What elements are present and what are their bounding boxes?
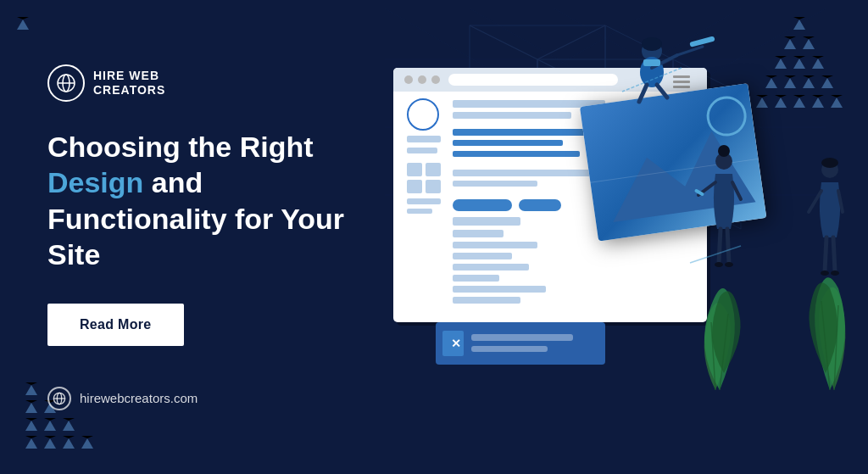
svg-point-29 bbox=[431, 75, 440, 84]
svg-rect-51 bbox=[519, 199, 561, 211]
website-row: hirewebcreators.com bbox=[47, 387, 356, 410]
svg-rect-94 bbox=[471, 334, 573, 341]
main-illustration: ✕ bbox=[359, 0, 868, 474]
svg-rect-56 bbox=[453, 264, 529, 270]
read-more-button[interactable]: Read More bbox=[47, 304, 184, 346]
svg-rect-54 bbox=[453, 242, 537, 248]
svg-line-75 bbox=[719, 229, 721, 263]
leaf-right bbox=[809, 277, 845, 390]
svg-rect-42 bbox=[407, 209, 432, 214]
svg-point-90 bbox=[821, 158, 838, 168]
svg-line-88 bbox=[809, 191, 821, 212]
svg-line-76 bbox=[727, 229, 729, 263]
logo-area: HIRE WEB CREATORS bbox=[47, 64, 356, 102]
svg-rect-31 bbox=[673, 75, 690, 78]
svg-point-72 bbox=[642, 37, 662, 51]
floating-image-card bbox=[580, 83, 766, 241]
svg-rect-73 bbox=[643, 59, 660, 66]
svg-rect-47 bbox=[453, 151, 580, 157]
svg-rect-45 bbox=[453, 129, 605, 136]
svg-point-27 bbox=[404, 75, 413, 84]
illustration-area: ✕ bbox=[359, 0, 868, 474]
svg-rect-33 bbox=[673, 86, 690, 88]
svg-line-70 bbox=[677, 47, 703, 55]
svg-rect-44 bbox=[453, 112, 571, 119]
svg-line-84 bbox=[825, 237, 826, 271]
svg-rect-58 bbox=[453, 286, 546, 293]
svg-rect-41 bbox=[407, 198, 441, 204]
top-left-triangle bbox=[17, 17, 29, 30]
bottom-floating-box: ✕ bbox=[436, 322, 605, 365]
svg-point-28 bbox=[418, 75, 426, 84]
svg-rect-35 bbox=[407, 136, 441, 142]
svg-point-86 bbox=[821, 270, 829, 276]
logo-text: HIRE WEB CREATORS bbox=[93, 69, 165, 98]
svg-rect-59 bbox=[453, 297, 520, 304]
svg-point-77 bbox=[715, 262, 723, 267]
svg-rect-55 bbox=[453, 253, 512, 259]
svg-point-87 bbox=[831, 270, 839, 276]
svg-rect-61 bbox=[580, 83, 766, 241]
globe-url-icon bbox=[53, 392, 66, 405]
svg-rect-37 bbox=[407, 163, 422, 176]
logo-icon bbox=[47, 64, 85, 102]
svg-rect-39 bbox=[407, 180, 422, 193]
svg-rect-36 bbox=[407, 148, 437, 153]
globe-icon bbox=[47, 387, 71, 410]
main-headline: Choosing the Right Design and Functional… bbox=[47, 129, 353, 273]
svg-rect-43 bbox=[453, 100, 605, 108]
website-url: hirewebcreators.com bbox=[80, 391, 198, 405]
svg-point-82 bbox=[718, 145, 730, 157]
svg-rect-95 bbox=[471, 346, 548, 352]
svg-text:✕: ✕ bbox=[451, 337, 461, 350]
svg-line-85 bbox=[833, 237, 835, 271]
svg-rect-30 bbox=[448, 74, 618, 86]
svg-rect-38 bbox=[426, 163, 441, 176]
svg-rect-53 bbox=[453, 230, 504, 237]
svg-rect-49 bbox=[453, 181, 537, 187]
svg-rect-52 bbox=[453, 217, 520, 226]
content-left: HIRE WEB CREATORS Choosing the Right Des… bbox=[0, 64, 356, 410]
svg-rect-46 bbox=[453, 140, 563, 146]
svg-rect-57 bbox=[453, 275, 499, 282]
svg-rect-48 bbox=[453, 170, 605, 176]
person-right bbox=[809, 158, 843, 276]
svg-rect-32 bbox=[673, 81, 690, 83]
globe-logo-icon bbox=[56, 73, 76, 93]
hero-section: HIRE WEB CREATORS Choosing the Right Des… bbox=[0, 0, 868, 474]
svg-rect-50 bbox=[453, 199, 512, 211]
svg-rect-40 bbox=[426, 180, 441, 193]
svg-point-78 bbox=[725, 262, 733, 267]
